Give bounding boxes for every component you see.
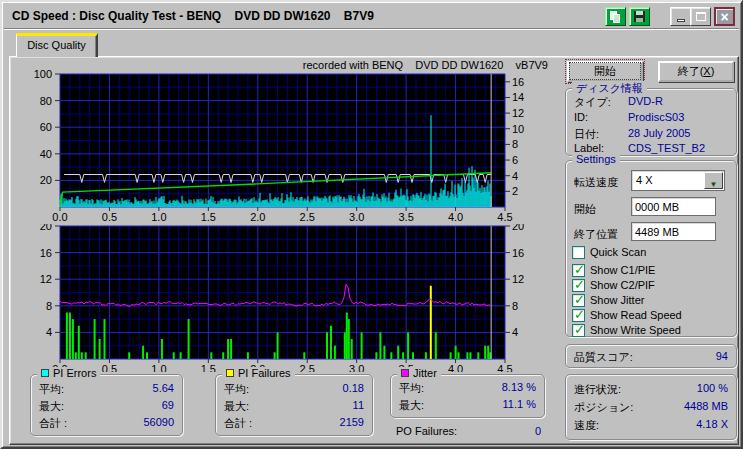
svg-text:3.0: 3.0 — [349, 363, 364, 372]
speed-select-dropdown-button[interactable]: ▼ — [704, 172, 723, 189]
svg-text:12: 12 — [512, 273, 524, 285]
pi-failures-jitter-chart: 20161284201612840.00.51.01.52.02.53.03.5… — [27, 224, 557, 372]
jitter-max-value: 11.1 % — [503, 398, 536, 413]
end-position-input[interactable] — [631, 222, 716, 241]
progress-group: 進行状況: 100 % ポジション: 4488 MB 速度: 4.18 X — [565, 374, 737, 440]
svg-text:14: 14 — [512, 91, 524, 103]
pi-failures-summary-title: PI Failures — [238, 367, 291, 379]
svg-text:4: 4 — [512, 326, 518, 338]
jitter-legend-icon — [401, 369, 409, 377]
svg-text:100: 100 — [34, 68, 52, 80]
svg-text:2: 2 — [512, 185, 518, 197]
disc-date-value: 28 July 2005 — [628, 127, 690, 139]
disc-info-group: ディスク情報 タイプ: DVD-R ID: ProdiscS03 日付: 28 … — [565, 88, 737, 156]
disc-type-value: DVD-R — [628, 95, 663, 107]
svg-text:1.0: 1.0 — [151, 211, 166, 223]
pi-errors-total-value: 56090 — [143, 416, 174, 431]
checkbox-show-jitter[interactable]: ✓ Show Jitter — [572, 293, 644, 307]
save-button[interactable] — [629, 7, 650, 26]
po-failures-label: PO Failures: — [396, 425, 457, 437]
svg-text:20: 20 — [40, 224, 52, 232]
checkbox-show-c1-pie[interactable]: ✓ Show C1/PIE — [572, 263, 655, 277]
check-icon: ✓ — [574, 292, 585, 307]
svg-text:0.5: 0.5 — [102, 211, 117, 223]
check-icon: ✓ — [574, 307, 585, 322]
checkbox-box: ✓ — [572, 294, 585, 307]
maximize-button[interactable] — [690, 7, 711, 26]
pi-errors-legend-icon — [41, 369, 49, 377]
svg-text:20: 20 — [512, 224, 524, 232]
speed-select[interactable]: 4 X ▼ — [631, 170, 725, 191]
pi-failures-max-label: 最大: — [224, 399, 249, 414]
svg-text:8: 8 — [512, 138, 518, 150]
svg-text:16: 16 — [512, 247, 524, 259]
svg-text:3.0: 3.0 — [349, 211, 364, 223]
check-icon: ✓ — [574, 277, 585, 292]
checkbox-quick-scan[interactable]: ✓ Quick Scan — [572, 245, 646, 259]
disc-info-title: ディスク情報 — [572, 81, 647, 96]
checkbox-box: ✓ — [572, 309, 585, 322]
pi-failures-avg-value: 0.18 — [343, 382, 364, 397]
settings-title: Settings — [572, 153, 620, 165]
checkbox-box: ✓ — [572, 279, 585, 292]
minimize-button[interactable] — [670, 7, 691, 26]
checkbox-show-write-speed[interactable]: ✓ Show Write Speed — [572, 323, 681, 337]
checkbox-show-read-speed[interactable]: ✓ Show Read Speed — [572, 308, 682, 322]
speed-select-value: 4 X — [636, 174, 653, 186]
svg-text:4: 4 — [46, 326, 52, 338]
svg-text:8: 8 — [512, 300, 518, 312]
close-button[interactable]: × — [714, 7, 735, 26]
copy-button[interactable] — [605, 7, 626, 26]
jitter-summary-group: Jitter 平均:8.13 % 最大:11.1 % — [390, 374, 545, 418]
tab-label: Disc Quality — [27, 39, 86, 51]
jitter-max-label: 最大: — [399, 398, 424, 413]
svg-text:8: 8 — [46, 300, 52, 312]
svg-text:6: 6 — [512, 154, 518, 166]
checkbox-show-c2-pif[interactable]: ✓ Show C2/PIF — [572, 278, 655, 292]
svg-text:0.5: 0.5 — [102, 363, 117, 372]
speed-status-value: 4.18 X — [696, 418, 728, 433]
progress-label: 進行状況: — [574, 382, 621, 397]
disc-type-label: タイプ: — [574, 95, 611, 110]
svg-text:10: 10 — [512, 123, 524, 135]
start-position-input[interactable] — [631, 197, 716, 216]
svg-text:2.5: 2.5 — [300, 363, 315, 372]
copy-icon — [610, 11, 622, 23]
quality-score-label: 品質スコア: — [574, 350, 633, 365]
position-value: 4488 MB — [684, 400, 728, 415]
speed-label: 転送速度 — [574, 175, 618, 190]
end-position-label: 終了位置 — [574, 227, 618, 242]
chart-header: recorded with BENQ DVD DD DW1620 vB7V9 — [252, 59, 548, 71]
pi-errors-total-label: 合計 : — [39, 416, 67, 431]
svg-text:4.0: 4.0 — [448, 211, 463, 223]
svg-text:12: 12 — [40, 273, 52, 285]
svg-text:12: 12 — [512, 107, 524, 119]
svg-text:4: 4 — [512, 170, 518, 182]
pi-errors-max-value: 69 — [162, 399, 174, 414]
pi-failures-legend-icon — [226, 369, 234, 377]
svg-text:40: 40 — [40, 148, 52, 160]
pi-errors-summary-title: PI Errors — [53, 367, 96, 379]
close-icon: × — [720, 10, 728, 24]
tab-disc-quality[interactable]: Disc Quality — [16, 33, 98, 57]
svg-text:2.0: 2.0 — [250, 211, 265, 223]
svg-text:3.5: 3.5 — [398, 211, 413, 223]
chevron-down-icon: ▼ — [710, 180, 718, 189]
check-icon: ✓ — [574, 262, 585, 277]
start-button[interactable]: 開始 — [567, 61, 643, 82]
exit-button[interactable]: 終了(X) — [658, 61, 734, 82]
titlebar: CD Speed : Disc Quality Test - BENQ DVD … — [4, 4, 739, 29]
pi-failures-max-value: 11 — [353, 399, 364, 414]
svg-text:4.0: 4.0 — [448, 363, 463, 372]
save-icon — [634, 11, 645, 22]
settings-group: Settings 転送速度 4 X ▼ 開始 終了位置 ✓ Quick Scan… — [565, 160, 737, 337]
quality-score-value: 94 — [716, 350, 728, 365]
svg-text:0.0: 0.0 — [52, 211, 67, 223]
checkbox-box: ✓ — [572, 246, 585, 259]
svg-text:2.5: 2.5 — [300, 211, 315, 223]
checkbox-box: ✓ — [572, 264, 585, 277]
jitter-summary-title: Jitter — [413, 367, 437, 379]
disc-label-value: CDS_TEST_B2 — [628, 142, 705, 154]
minimize-icon — [677, 19, 685, 22]
pi-errors-avg-label: 平均: — [39, 382, 64, 397]
